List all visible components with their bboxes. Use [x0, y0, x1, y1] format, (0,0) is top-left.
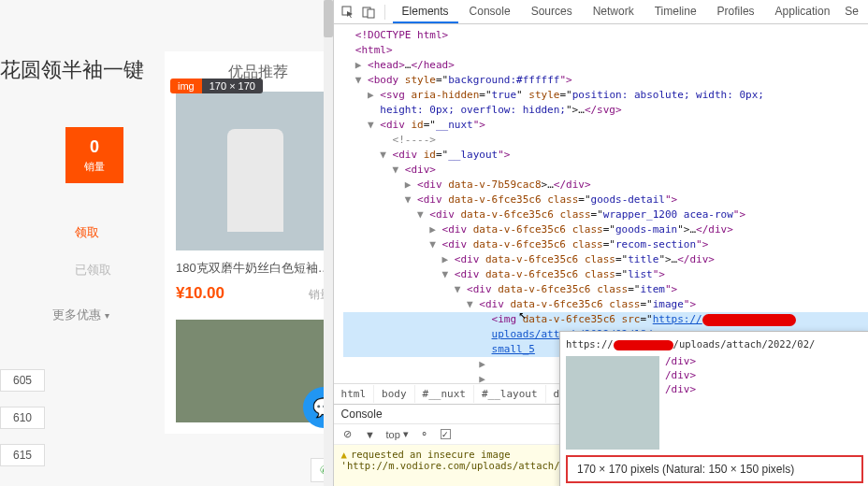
filter-funnel-icon[interactable]: ⚬	[418, 428, 431, 440]
tooltip-url: https:///uploads/attach/2022/02/	[560, 332, 868, 350]
badge-tag: img	[170, 79, 202, 93]
dom-line[interactable]: <!DOCTYPE html>	[343, 28, 868, 43]
dom-line[interactable]: ▼ <div>	[343, 163, 868, 178]
redacted-host	[614, 340, 673, 350]
dom-line[interactable]: <!---->	[343, 133, 868, 148]
svg-rect-2	[368, 9, 374, 18]
breadcrumb-item[interactable]: body	[374, 385, 415, 403]
page-viewport: 花圆领半袖一键 0 销量 领取 已领取 更多优惠 ▾ 605 610 615 优…	[0, 0, 333, 486]
scrollbar-thumb[interactable]	[324, 0, 333, 37]
warning-icon: ▲	[341, 449, 347, 460]
more-discount-label: 更多优惠	[52, 307, 101, 323]
chevron-down-icon: ▾	[105, 310, 109, 321]
tab-elements[interactable]: Elements	[393, 1, 458, 23]
size-options: 605 610 615	[0, 369, 45, 466]
tooltip-thumbnail	[566, 356, 659, 450]
devtools-tabs: Elements Console Sources Network Timelin…	[393, 1, 862, 23]
dom-line[interactable]: ▼ <div data-v-6fce35c6 class="goods-deta…	[343, 193, 868, 207]
console-warning-line: requested an insecure image	[351, 449, 511, 460]
size-option[interactable]: 605	[0, 369, 45, 392]
breadcrumb-item[interactable]: html	[334, 385, 375, 403]
preserve-log-checkbox[interactable]: ✓	[441, 429, 451, 439]
sales-count: 0	[90, 137, 99, 157]
coupon-got-label: 已领取	[75, 262, 111, 279]
product-name[interactable]: 180克双磨牛奶丝白色短袖…	[176, 260, 333, 277]
tab-application[interactable]: Application	[766, 1, 840, 23]
filter-icon[interactable]: ▼	[364, 429, 377, 440]
dom-line[interactable]: <html>	[343, 43, 868, 58]
coupon-get-link[interactable]: 领取	[75, 224, 99, 241]
tab-network[interactable]: Network	[584, 1, 644, 23]
dom-line[interactable]: ▼ <div data-v-6fce35c6 class="item">	[343, 282, 868, 297]
page-title-fragment: 花圆领半袖一键	[0, 56, 144, 84]
inspect-element-icon[interactable]	[340, 4, 356, 21]
more-discount-toggle[interactable]: 更多优惠 ▾	[52, 307, 109, 323]
size-option[interactable]: 615	[0, 444, 45, 466]
chevron-down-icon: ▾	[403, 428, 409, 440]
context-dropdown[interactable]: top ▾	[386, 428, 409, 440]
clear-console-icon[interactable]: ⊘	[341, 428, 354, 440]
breadcrumb-item[interactable]: #__layout	[474, 385, 546, 403]
dom-line[interactable]: ▶ <div data-v-6fce35c6 class="goods-main…	[343, 222, 868, 237]
tooltip-dimensions: 170 × 170 pixels (Natural: 150 × 150 pix…	[566, 455, 863, 483]
device-toggle-icon[interactable]	[360, 4, 377, 21]
tab-overflow[interactable]: Se	[841, 1, 862, 23]
dom-line[interactable]: ▶ <svg aria-hidden="true" style="positio…	[343, 88, 868, 103]
dom-line[interactable]: ▼ <div id="__nuxt">	[343, 118, 868, 133]
recommend-card: 优品推荐 img 170 × 170 180克双磨牛奶丝白色短袖… ¥10.00…	[165, 51, 333, 434]
dom-line[interactable]: ▼ <div data-v-6fce35c6 class="wrapper_12…	[343, 207, 868, 222]
breadcrumb-item[interactable]: #__nuxt	[415, 385, 474, 403]
dom-tree[interactable]: ↖ <!DOCTYPE html> <html> ▶ <head>…</head…	[334, 24, 868, 383]
dom-line[interactable]: ▶ <head>…</head>	[343, 58, 868, 73]
dom-line[interactable]: ▼ <div data-v-6fce35c6 class="list">	[343, 267, 868, 282]
dom-line[interactable]: height: 0px; overflow: hidden;">…</svg>	[343, 103, 868, 118]
dom-line[interactable]: ▼ <div id="__layout">	[343, 148, 868, 163]
tab-sources[interactable]: Sources	[522, 1, 582, 23]
page-scrollbar[interactable]	[324, 0, 333, 486]
size-option[interactable]: 610	[0, 407, 45, 429]
tab-console[interactable]: Console	[460, 1, 520, 23]
badge-dims: 170 × 170	[202, 79, 263, 93]
sales-label: 销量	[84, 160, 105, 174]
dom-line[interactable]: ▼ <div data-v-6fce35c6 class="image">	[343, 297, 868, 312]
image-hover-tooltip: https:///uploads/attach/2022/02/ /div> /…	[559, 331, 868, 486]
product-price: ¥10.00	[176, 284, 224, 303]
dom-line[interactable]: ▶ <div data-v-7b59cac8>…</div>	[343, 178, 868, 193]
tab-profiles[interactable]: Profiles	[708, 1, 764, 23]
dom-line[interactable]: ▼ <div data-v-6fce35c6 class="recom-sect…	[343, 237, 868, 252]
devtools-toolbar: Elements Console Sources Network Timelin…	[334, 0, 868, 24]
dom-line[interactable]: ▶ <div data-v-6fce35c6 class="title">…</…	[343, 252, 868, 267]
tab-timeline[interactable]: Timeline	[645, 1, 706, 23]
sales-stat-box: 0 销量	[65, 127, 123, 183]
product-image[interactable]: img 170 × 170	[176, 92, 333, 250]
dom-line[interactable]: <img data-v-6fce35c6 src="https://	[343, 312, 868, 327]
console-drawer-label: Console	[341, 407, 383, 421]
inspect-overlay-badge: img 170 × 170	[170, 79, 263, 93]
dom-line[interactable]: ▼ <body style="background:#ffffff">	[343, 73, 868, 88]
